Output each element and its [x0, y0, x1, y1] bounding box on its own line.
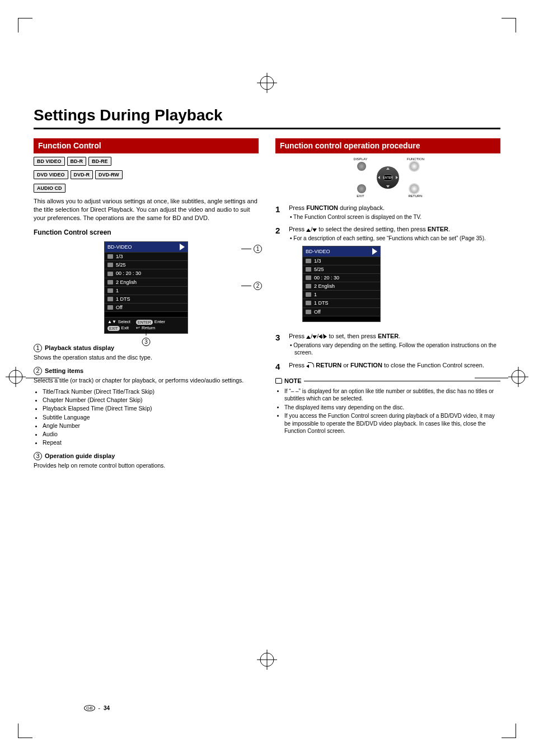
circled-number-icon: 1 — [34, 344, 42, 352]
circled-number-icon: 2 — [34, 367, 42, 375]
callout-1: 1 — [241, 245, 262, 253]
section-desc: Provides help on remote control button o… — [34, 461, 259, 469]
note-item: If “– –” is displayed for an option like… — [284, 388, 500, 403]
step-number: 4 — [275, 361, 284, 372]
step-number: 2 — [275, 225, 284, 327]
media-chip: DVD-RW — [95, 170, 123, 179]
callout-3: 3 — [142, 329, 151, 346]
circled-number-icon: 3 — [34, 452, 42, 460]
step: 1 Press FUNCTION during playback. • The … — [275, 204, 500, 221]
function-button-icon — [410, 162, 419, 171]
dpad-icon: ENTER — [377, 166, 399, 189]
list-item: Audio — [43, 430, 259, 438]
remote-label: EXIT — [352, 194, 369, 198]
osd-panel: BD-VIDEO 1/3 5/25 00 : 20 : 30 2 English… — [104, 241, 188, 334]
media-chip: BD-RE — [88, 157, 111, 166]
media-chip-row: BD VIDEO BD-R BD-RE — [34, 157, 259, 166]
section-title: Operation guide display — [45, 452, 115, 460]
list-item: Playback Elapsed Time (Direct Time Skip) — [43, 404, 259, 412]
enter-button-icon: ENTER — [383, 174, 393, 181]
crop-line — [475, 378, 508, 379]
language-badge: GB — [84, 705, 95, 711]
registration-mark-right-icon — [508, 367, 528, 389]
angle-icon — [107, 288, 113, 293]
note-label: NOTE — [284, 377, 302, 385]
osd-value: 2 English — [116, 279, 137, 286]
subheading: Function Control screen — [34, 228, 259, 237]
osd-value: Off — [116, 304, 123, 311]
registration-mark-top-icon — [257, 73, 277, 95]
osd-title: BD-VIDEO — [107, 244, 132, 250]
media-chip: DVD-R — [71, 170, 93, 179]
remote-figure: DISPLAY FUNCTION ENTER EXIT RETURN — [275, 158, 500, 197]
section-desc: Shows the operation status and the disc … — [34, 353, 259, 361]
list-item: Repeat — [43, 438, 259, 446]
title-rule — [34, 128, 500, 129]
note-item: If you access the Function Control scree… — [284, 412, 500, 435]
page-title: Settings During Playback — [34, 106, 500, 124]
subtitle-icon — [107, 280, 113, 284]
remote-label: DISPLAY — [352, 157, 369, 161]
crop-line — [26, 378, 59, 379]
page-number: 34 — [104, 705, 110, 711]
intro-paragraph: This allows you to adjust various settin… — [34, 197, 259, 222]
down-arrow-icon — [312, 335, 317, 339]
note-icon — [275, 378, 282, 384]
section-bar-function-control: Function Control — [34, 138, 259, 153]
up-arrow-icon — [306, 228, 311, 232]
media-chip: BD-R — [67, 157, 87, 166]
left-column: Function Control BD VIDEO BD-R BD-RE DVD… — [34, 138, 259, 473]
crop-mark — [18, 724, 32, 738]
osd-value: 1 DTS — [116, 296, 130, 302]
step: 3 Press /// to set, then press ENTER. • … — [275, 332, 500, 357]
audio-icon — [107, 297, 113, 301]
osd-value: 5/25 — [116, 262, 126, 268]
media-chip-row: DVD VIDEO DVD-R DVD-RW — [34, 170, 259, 179]
section-title: Setting items — [45, 367, 83, 375]
play-icon — [180, 244, 185, 250]
step-sub: • For a description of each setting, see… — [289, 235, 500, 242]
crop-mark — [502, 18, 516, 32]
media-chip: BD VIDEO — [34, 157, 65, 166]
remote-label: FUNCTION — [407, 157, 424, 161]
list-item: Angle Number — [43, 422, 259, 430]
page-footer: GB - 34 — [84, 705, 110, 711]
remote-label: RETURN — [407, 194, 424, 198]
osd-value: 1/3 — [116, 253, 123, 260]
osd-value: 1 — [116, 287, 119, 294]
list-item: Title/Track Number (Direct Title/Track S… — [43, 388, 259, 395]
step-number: 1 — [275, 204, 284, 221]
step-sub: • Operations vary depending on the setti… — [289, 342, 500, 357]
media-chip: DVD VIDEO — [34, 170, 68, 179]
step-sub: • The Function Control screen is display… — [289, 213, 500, 221]
exit-button-icon — [357, 184, 366, 193]
media-chip-row: AUDIO CD — [34, 184, 259, 193]
step-number: 3 — [275, 332, 284, 357]
manual-page: Settings During Playback Function Contro… — [0, 0, 534, 756]
display-button-icon — [357, 162, 366, 171]
section-title: Playback status display — [45, 344, 114, 352]
osd-panel-small: BD-VIDEO 1/3 5/25 00 : 20 : 30 2 English… — [302, 246, 381, 322]
section-heading: 3 Operation guide display — [34, 452, 259, 460]
callout-2: 2 — [241, 282, 262, 290]
section-desc: Selects a title (or track) or chapter fo… — [34, 376, 259, 384]
registration-mark-left-icon — [6, 367, 26, 389]
setting-items-list: Title/Track Number (Direct Title/Track S… — [34, 388, 259, 446]
step: 2 Press / to select the desired setting,… — [275, 225, 500, 327]
osd-value: 00 : 20 : 30 — [116, 270, 141, 277]
osd-figure: BD-VIDEO 1/3 5/25 00 : 20 : 30 2 English… — [34, 241, 259, 334]
section-bar-procedure: Function control operation procedure — [275, 138, 500, 153]
return-button-icon — [410, 184, 419, 193]
section-heading: 2 Setting items — [34, 367, 259, 375]
procedure-steps: 1 Press FUNCTION during playback. • The … — [275, 204, 500, 372]
time-icon — [107, 272, 113, 276]
return-arrow-icon — [306, 362, 314, 368]
crop-mark — [18, 18, 32, 32]
repeat-icon — [107, 305, 113, 310]
title-icon — [107, 254, 113, 259]
up-arrow-icon — [306, 335, 311, 339]
chapter-icon — [107, 263, 113, 267]
media-chip: AUDIO CD — [34, 184, 65, 193]
note-heading: NOTE — [275, 377, 500, 385]
crop-mark — [502, 724, 516, 738]
